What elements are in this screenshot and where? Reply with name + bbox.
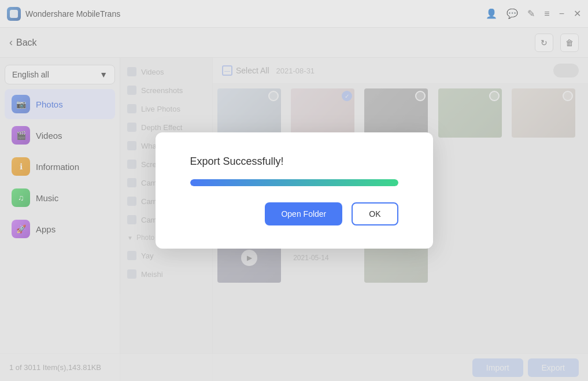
export-success-modal: Export Successfully! Open Folder OK bbox=[156, 132, 433, 249]
modal-overlay: Export Successfully! Open Folder OK bbox=[0, 0, 588, 381]
modal-buttons: Open Folder OK bbox=[190, 202, 398, 225]
open-folder-button[interactable]: Open Folder bbox=[265, 202, 342, 225]
progress-bar-fill bbox=[190, 179, 398, 186]
modal-title: Export Successfully! bbox=[190, 156, 284, 168]
ok-button[interactable]: OK bbox=[352, 202, 398, 225]
progress-bar-container bbox=[190, 179, 398, 186]
